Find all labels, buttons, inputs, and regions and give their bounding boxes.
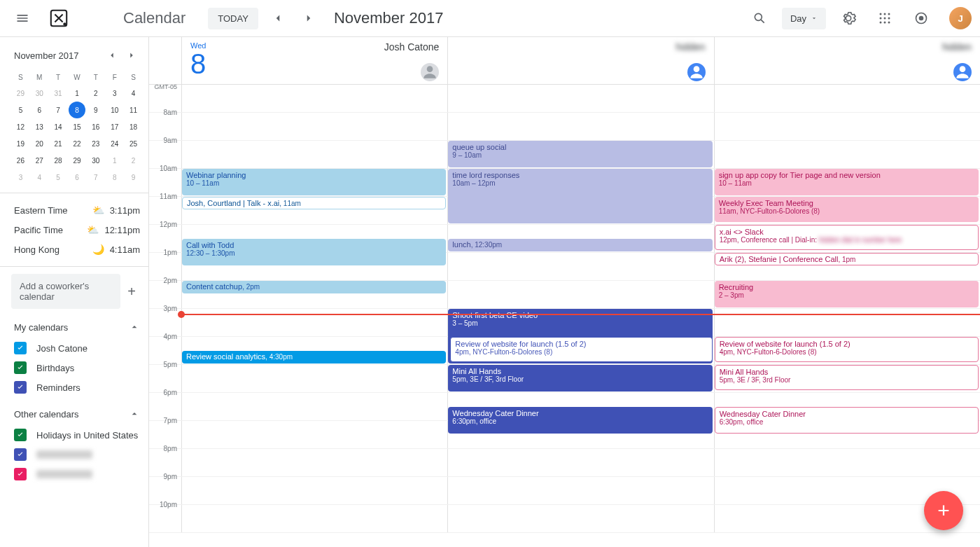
mini-cal-day[interactable]: 11 — [125, 102, 142, 118]
mini-cal-day[interactable]: 15 — [69, 118, 85, 135]
mini-cal-day[interactable]: 7 — [50, 102, 66, 118]
mini-cal-day[interactable]: 16 — [88, 118, 104, 135]
calendar-checkbox[interactable] — [14, 429, 27, 441]
mini-cal-prev[interactable] — [104, 47, 120, 64]
calendar-event[interactable]: Content catchup, 2pm — [182, 281, 446, 293]
mini-cal-day[interactable]: 23 — [88, 135, 104, 152]
calendar-event[interactable]: Review of website for launch (1.5 of 2)4… — [450, 337, 712, 362]
mini-cal-day[interactable]: 22 — [69, 135, 85, 152]
calendar-event[interactable]: Call with Todd12:30 – 1:30pm — [182, 239, 446, 265]
view-selector[interactable]: Day — [782, 8, 826, 29]
account-avatar[interactable]: J — [949, 7, 972, 29]
mini-cal-day[interactable]: 17 — [106, 118, 123, 135]
mini-cal-day[interactable]: 30 — [88, 152, 104, 169]
other-calendars-toggle[interactable]: Other calendars — [11, 403, 143, 425]
mini-cal-day[interactable]: 5 — [12, 102, 29, 118]
mini-cal-day[interactable]: 19 — [12, 135, 29, 152]
mini-cal-day[interactable]: 1 — [106, 152, 123, 169]
mini-cal-day[interactable]: 20 — [31, 135, 48, 152]
mini-cal-day[interactable]: 10 — [106, 102, 123, 118]
mini-cal-day[interactable]: 3 — [106, 85, 123, 102]
mini-cal-day[interactable]: 2 — [125, 152, 142, 169]
calendar-checkbox[interactable] — [14, 448, 27, 461]
calendar-checkbox[interactable] — [14, 361, 27, 374]
mini-cal-day[interactable]: 21 — [50, 135, 66, 152]
mini-cal-day[interactable]: 8 — [106, 169, 123, 186]
event-column[interactable]: Webinar planning10 – 11amJosh, Courtland… — [181, 85, 447, 547]
calendar-item[interactable]: Holidays in United States — [11, 425, 143, 445]
mini-cal-day[interactable]: 6 — [69, 169, 85, 186]
person-avatar[interactable] — [953, 63, 972, 81]
event-time: 12:30 – 1:30pm — [186, 249, 442, 257]
mini-cal-day[interactable]: 5 — [50, 169, 66, 186]
my-calendars-toggle[interactable]: My calendars — [11, 316, 143, 338]
search-icon[interactable] — [746, 4, 774, 32]
menu-icon[interactable] — [8, 4, 36, 32]
calendar-event[interactable]: Webinar planning10 – 11am — [182, 169, 446, 195]
mini-cal-day[interactable]: 29 — [69, 152, 85, 169]
mini-cal-day[interactable]: 26 — [12, 152, 29, 169]
calendar-event[interactable]: Josh, Courtland | Talk - x.ai, 11am — [182, 197, 446, 209]
person-avatar[interactable] — [421, 63, 439, 81]
today-button[interactable]: TODAY — [208, 8, 258, 29]
mini-cal-day[interactable]: 7 — [88, 169, 104, 186]
calendar-event[interactable]: Wednesday Cater Dinner6:30pm, office — [715, 407, 979, 434]
calendar-event[interactable]: Review social analytics, 4:30pm — [182, 351, 446, 363]
calendar-item[interactable]: Josh Catone — [11, 338, 143, 358]
mini-cal-day[interactable]: 12 — [12, 118, 29, 135]
calendar-event[interactable]: x.ai <> Slack12pm, Conference call | Dia… — [715, 225, 979, 250]
mini-cal-day[interactable]: 30 — [31, 85, 48, 102]
calendar-event[interactable]: queue up social9 – 10am — [448, 141, 712, 167]
mini-cal-day[interactable]: 25 — [125, 135, 142, 152]
calendar-item[interactable]: Birthdays — [11, 358, 143, 378]
calendar-event[interactable]: Mini All Hands5pm, 3E / 3F, 3rd Floor — [448, 365, 712, 392]
calendar-event[interactable]: Mini All Hands5pm, 3E / 3F, 3rd Floor — [715, 365, 979, 390]
calendar-event[interactable]: sign up app copy for Tier page and new v… — [715, 169, 979, 195]
calendar-event[interactable]: Arik (2), Stefanie | Conference Call, 1p… — [715, 253, 979, 265]
mini-cal-day[interactable]: 29 — [12, 85, 29, 102]
event-column[interactable]: sign up app copy for Tier page and new v… — [714, 85, 980, 547]
event-title: Content catchup — [186, 282, 242, 291]
calendar-event[interactable]: lunch, 12:30pm — [448, 239, 712, 251]
calendar-checkbox[interactable] — [14, 468, 27, 480]
mini-cal-day[interactable]: 4 — [125, 85, 142, 102]
calendar-event[interactable]: Recruiting2 – 3pm — [715, 281, 979, 307]
mini-cal-day[interactable]: 14 — [50, 118, 66, 135]
mini-cal-day[interactable]: 28 — [50, 152, 66, 169]
calendar-item[interactable]: Reminders — [11, 378, 143, 397]
calendar-checkbox[interactable] — [14, 381, 27, 394]
add-coworker-input[interactable]: Add a coworker's calendar — [11, 274, 120, 309]
add-coworker-button[interactable]: + — [120, 280, 143, 303]
person-avatar[interactable] — [687, 63, 706, 81]
mini-cal-day[interactable]: 3 — [12, 169, 29, 186]
calendar-event[interactable]: Weekly Exec Team Meeting11am, NYC-Fulton… — [715, 197, 979, 222]
calendar-event[interactable]: Wednesday Cater Dinner6:30pm, office — [448, 407, 712, 434]
mini-cal-day[interactable]: 6 — [31, 102, 48, 118]
calendar-checkbox[interactable] — [14, 342, 27, 354]
mini-cal-next[interactable] — [123, 47, 140, 64]
settings-icon[interactable] — [834, 4, 862, 32]
next-day-button[interactable] — [298, 7, 320, 29]
notifications-icon[interactable] — [907, 4, 935, 32]
mini-cal-day[interactable]: 18 — [125, 118, 142, 135]
create-event-fab[interactable]: + — [924, 491, 963, 530]
mini-cal-day[interactable]: 24 — [106, 135, 123, 152]
mini-cal-day[interactable]: 9 — [125, 169, 142, 186]
mini-cal-day[interactable]: 13 — [31, 118, 48, 135]
svg-point-13 — [919, 16, 924, 21]
calendar-grid[interactable]: GMT-05 8am9am10am11am12pm1pm2pm3pm4pm5pm… — [149, 85, 980, 547]
mini-cal-day[interactable]: 1 — [69, 85, 85, 102]
mini-cal-day[interactable]: 4 — [31, 169, 48, 186]
calendar-item[interactable] — [11, 464, 143, 484]
mini-cal-day[interactable]: 27 — [31, 152, 48, 169]
prev-day-button[interactable] — [267, 7, 289, 29]
calendar-event[interactable]: Review of website for launch (1.5 of 2)4… — [715, 337, 979, 362]
apps-icon[interactable] — [871, 4, 899, 32]
mini-cal-day[interactable]: 8 — [69, 102, 85, 118]
mini-cal-day[interactable]: 2 — [88, 85, 104, 102]
event-column[interactable]: queue up social9 – 10amtime lord respons… — [447, 85, 713, 547]
mini-cal-day[interactable]: 9 — [88, 102, 104, 118]
calendar-event[interactable]: time lord responses10am – 12pm — [448, 169, 712, 223]
mini-cal-day[interactable]: 31 — [50, 85, 66, 102]
calendar-item[interactable] — [11, 445, 143, 464]
